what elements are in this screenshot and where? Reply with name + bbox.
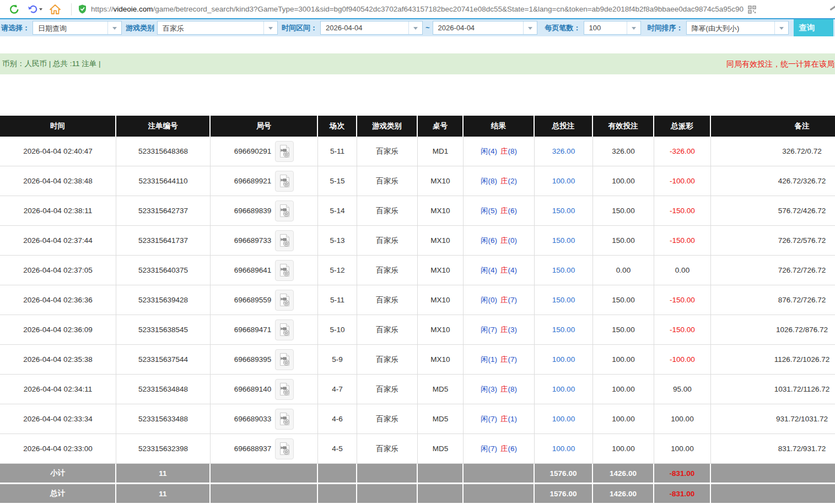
result-banker-points: (0) — [508, 236, 518, 245]
cell-total-bet: 100.00 — [535, 345, 593, 374]
payout: -150.00 — [670, 236, 695, 245]
cell-payout: -150.00 — [654, 285, 711, 315]
game-type: 百家乐 — [376, 265, 398, 275]
cell-total-bet: 100.00 — [535, 166, 593, 196]
cell-result: 闲(0)庄(7) — [464, 285, 535, 315]
valid-bet: 326.00 — [612, 147, 634, 155]
result-player: 闲(7) — [481, 325, 497, 335]
table-id: MX10 — [430, 326, 450, 334]
chevron-down-icon[interactable] — [263, 21, 277, 34]
cell-remark: 726.72/726.72 — [711, 256, 835, 285]
video-replay-button[interactable] — [275, 349, 294, 370]
video-replay-button[interactable] — [275, 409, 294, 430]
cell-valid-bet: 326.00 — [593, 137, 654, 166]
cell-remark: 931.72/1031.72 — [711, 404, 835, 433]
video-replay-button[interactable] — [275, 438, 294, 459]
video-replay-button[interactable] — [275, 319, 294, 340]
remark: 1031.72/1126.72 — [774, 385, 829, 393]
home-icon[interactable] — [47, 2, 63, 17]
round-id: 696689033 — [234, 415, 272, 423]
table-id: MX10 — [430, 207, 450, 215]
round-id: 696689471 — [234, 326, 272, 334]
undo-button[interactable] — [27, 4, 42, 15]
bet-time: 2026-04-04 02:33:34 — [23, 415, 92, 423]
chevron-down-icon[interactable] — [774, 21, 788, 34]
video-replay-button[interactable] — [275, 141, 294, 162]
footer-empty-cell — [357, 484, 418, 503]
valid-bet: 0.00 — [616, 266, 631, 274]
table-row: 2026-04-04 02:38:48523315644110696689921… — [0, 166, 835, 196]
browser-toolbar: https://videoie.com/game/betrecord_searc… — [0, 0, 835, 18]
undo-icon — [27, 4, 38, 15]
result-banker-points: (8) — [508, 147, 518, 155]
cell-total-bet: 326.00 — [535, 137, 593, 166]
chevron-down-icon[interactable] — [627, 21, 640, 34]
bet-time: 2026-04-04 02:36:36 — [23, 296, 92, 304]
cell-round-id: 696689395 — [211, 345, 318, 374]
bet-records-table: 时间注单编号局号场次游戏类别桌号结果总投注有效投注总派彩备注 2026-04-0… — [0, 116, 835, 503]
chevron-down-icon[interactable] — [107, 21, 121, 34]
cell-remark: 326.72/0.72 — [711, 137, 835, 166]
cell-game-type: 百家乐 — [357, 375, 418, 404]
cell-game-type: 百家乐 — [357, 256, 418, 285]
cell-game-type: 百家乐 — [357, 315, 418, 344]
bet-id: 523315633488 — [138, 415, 188, 423]
video-replay-button[interactable] — [275, 230, 294, 251]
table-id: MD1 — [433, 147, 449, 155]
cell-table-id: MD5 — [418, 434, 464, 463]
game-type-label: 游戏类别 — [126, 23, 154, 33]
cell-result: 闲(3)庄(8) — [464, 375, 535, 404]
cell-remark: 576.72/426.72 — [711, 196, 835, 225]
qr-code-icon[interactable] — [748, 6, 756, 14]
chevron-down-icon[interactable] — [408, 21, 422, 34]
reload-icon[interactable] — [7, 2, 22, 17]
cell-valid-bet: 100.00 — [593, 166, 654, 196]
video-replay-button[interactable] — [275, 171, 294, 192]
footer-total-bet: 1576.00 — [535, 464, 593, 483]
table-row: 2026-04-04 02:33:34523315633488696689033… — [0, 404, 835, 434]
cell-session: 4-6 — [318, 404, 357, 433]
video-replay-button[interactable] — [275, 260, 294, 281]
undo-menu-caret[interactable] — [39, 8, 42, 12]
page-size-select[interactable]: 100 — [584, 21, 641, 35]
search-button[interactable]: 查询 — [794, 19, 833, 36]
table-id: MX10 — [430, 177, 450, 185]
total-bet: 150.00 — [552, 266, 575, 274]
video-replay-button[interactable] — [275, 290, 294, 311]
result-banker: 庄 — [500, 325, 508, 335]
date-from-input[interactable]: 2026-04-04 — [320, 21, 423, 35]
cell-table-id: MX10 — [418, 345, 464, 374]
remark: 726.72/726.72 — [778, 266, 826, 274]
video-replay-button[interactable] — [275, 200, 294, 221]
result-banker-points: (6) — [508, 207, 518, 215]
address-bar[interactable]: https://videoie.com/game/betrecord_searc… — [91, 5, 744, 13]
game-type-select[interactable]: 百家乐 — [157, 21, 278, 35]
cell-session: 5-11 — [318, 137, 357, 166]
session: 5-11 — [330, 296, 344, 304]
cell-result: 闲(7)庄(3) — [464, 315, 535, 344]
column-header-0: 时间 — [0, 116, 116, 137]
result-player: 闲(1) — [481, 355, 497, 365]
bet-id: 523315639428 — [138, 296, 188, 304]
footer-empty-cell — [418, 484, 464, 503]
cell-payout: -150.00 — [654, 196, 711, 225]
game-type: 百家乐 — [376, 236, 398, 246]
sort-select[interactable]: 降幂(由大到小) — [686, 21, 789, 35]
chevron-down-icon[interactable] — [523, 21, 537, 34]
round-id: 696689559 — [234, 296, 272, 304]
cell-result: 闲(6)庄(0) — [464, 226, 535, 255]
cell-session: 5-13 — [318, 226, 357, 255]
column-header-4: 游戏类别 — [357, 116, 418, 137]
cell-bet-id: 523315639428 — [116, 285, 211, 315]
video-replay-button[interactable] — [275, 379, 294, 400]
cell-round-id: 696689839 — [211, 196, 318, 225]
date-to-input[interactable]: 2026-04-04 — [433, 21, 537, 35]
date-to-value: 2026-04-04 — [433, 21, 523, 34]
query-type-select[interactable]: 日期查询 — [33, 21, 122, 35]
result-banker-points: (8) — [508, 385, 518, 393]
result-banker-points: (6) — [508, 445, 518, 453]
table-id: MD5 — [433, 415, 449, 423]
cell-game-type: 百家乐 — [357, 434, 418, 463]
table-row: 2026-04-04 02:37:05523315640375696689641… — [0, 256, 835, 285]
result-banker-points: (1) — [508, 415, 518, 423]
